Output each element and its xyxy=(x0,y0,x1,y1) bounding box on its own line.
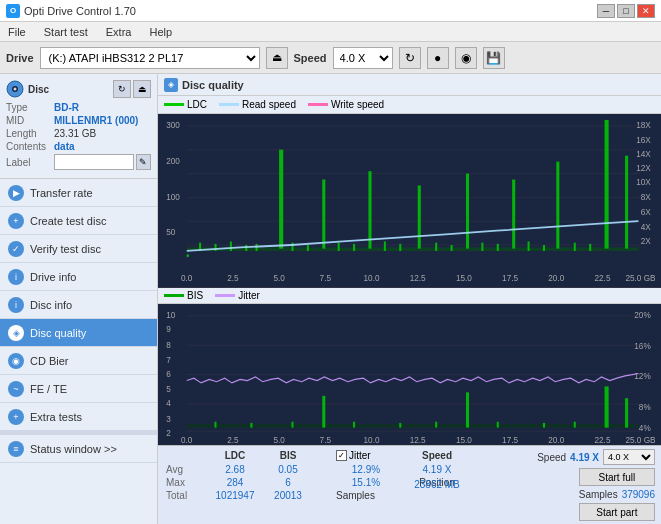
type-value: BD-R xyxy=(54,102,79,113)
svg-rect-102 xyxy=(353,421,355,427)
svg-point-2 xyxy=(14,88,17,91)
maximize-button[interactable]: □ xyxy=(617,4,635,18)
total-ldc: 1021947 xyxy=(209,490,261,501)
stats-header-row: LDC BIS ✓ Jitter Speed xyxy=(162,448,527,463)
svg-rect-55 xyxy=(399,244,401,251)
svg-text:18X: 18X xyxy=(636,120,651,131)
sidebar-item-status-window[interactable]: ≡ Status window >> xyxy=(0,435,157,463)
svg-rect-100 xyxy=(250,423,252,428)
mid-label: MID xyxy=(6,115,54,126)
svg-rect-42 xyxy=(556,162,559,249)
svg-text:4X: 4X xyxy=(641,221,651,232)
main-layout: Disc ↻ ⏏ Type BD-R MID MILLENMR1 (000) L… xyxy=(0,74,661,524)
status-window-icon: ≡ xyxy=(8,441,24,457)
disc-refresh-button[interactable]: ↻ xyxy=(113,80,131,98)
drive-select[interactable]: (K:) ATAPI iHBS312 2 PL17 xyxy=(40,47,260,69)
refresh-button[interactable]: ↻ xyxy=(399,47,421,69)
burn-button[interactable]: ● xyxy=(427,47,449,69)
start-full-button[interactable]: Start full xyxy=(579,468,655,486)
svg-text:5.0: 5.0 xyxy=(273,434,284,445)
jitter-checkbox[interactable]: ✓ xyxy=(336,450,347,461)
svg-rect-104 xyxy=(435,421,437,427)
extra-tests-label: Extra tests xyxy=(30,411,82,423)
media-button[interactable]: ◉ xyxy=(455,47,477,69)
svg-rect-52 xyxy=(338,243,340,251)
titlebar-left: O Opti Drive Control 1.70 xyxy=(6,4,136,18)
svg-rect-97 xyxy=(466,392,469,427)
mid-value: MILLENMR1 (000) xyxy=(54,115,138,126)
ps-empty3 xyxy=(262,479,314,490)
drive-label: Drive xyxy=(6,52,34,64)
eject-button[interactable]: ⏏ xyxy=(266,47,288,69)
titlebar-controls: ─ □ ✕ xyxy=(597,4,655,18)
disc-contents-row: Contents data xyxy=(6,141,151,152)
svg-rect-103 xyxy=(399,423,401,428)
avg-label: Avg xyxy=(166,464,208,475)
sidebar-item-disc-quality[interactable]: ◈ Disc quality xyxy=(0,319,157,347)
svg-rect-53 xyxy=(353,244,355,251)
sidebar: Disc ↻ ⏏ Type BD-R MID MILLENMR1 (000) L… xyxy=(0,74,158,524)
svg-rect-41 xyxy=(512,180,515,249)
write-speed-color xyxy=(308,103,328,106)
svg-rect-107 xyxy=(574,421,576,427)
svg-rect-58 xyxy=(481,243,483,251)
minimize-button[interactable]: ─ xyxy=(597,4,615,18)
save-button[interactable]: 💾 xyxy=(483,47,505,69)
svg-text:22.5: 22.5 xyxy=(595,434,611,445)
label-input[interactable] xyxy=(54,154,134,170)
sidebar-item-verify-test-disc[interactable]: ✓ Verify test disc xyxy=(0,235,157,263)
start-buttons: Start full Samples 379096 Start part xyxy=(579,468,655,521)
label-edit-button[interactable]: ✎ xyxy=(136,154,151,170)
svg-text:0.0: 0.0 xyxy=(181,272,192,283)
sidebar-item-extra-tests[interactable]: + Extra tests xyxy=(0,403,157,431)
svg-rect-56 xyxy=(435,243,437,251)
svg-text:8: 8 xyxy=(166,339,171,350)
bis-chart-area: 20% 16% 12% 8% 4% 10 9 8 7 6 5 4 3 2 xyxy=(158,304,661,445)
start-part-button[interactable]: Start part xyxy=(579,503,655,521)
speed-row: Speed 4.19 X 4.0 X xyxy=(537,449,655,465)
samples-label: Samples xyxy=(336,490,396,501)
sidebar-item-disc-info[interactable]: i Disc info xyxy=(0,291,157,319)
svg-rect-37 xyxy=(322,180,325,249)
legend-bis: BIS xyxy=(164,290,203,301)
disc-section-label: Disc xyxy=(28,84,49,95)
chart-header: ◈ Disc quality xyxy=(158,74,661,96)
svg-text:10.0: 10.0 xyxy=(364,272,380,283)
svg-text:4: 4 xyxy=(166,398,171,409)
svg-rect-62 xyxy=(574,243,576,251)
status-window-label: Status window >> xyxy=(30,443,117,455)
length-value: 23.31 GB xyxy=(54,128,96,139)
sidebar-item-drive-info[interactable]: i Drive info xyxy=(0,263,157,291)
bottom-stats-section: LDC BIS ✓ Jitter Speed Avg 2.68 0.05 12.… xyxy=(158,445,661,524)
menu-start-test[interactable]: Start test xyxy=(40,24,92,40)
svg-rect-40 xyxy=(466,174,469,249)
sidebar-item-fe-te[interactable]: ~ FE / TE xyxy=(0,375,157,403)
length-label: Length xyxy=(6,128,54,139)
svg-text:7: 7 xyxy=(166,354,171,365)
close-button[interactable]: ✕ xyxy=(637,4,655,18)
menu-file[interactable]: File xyxy=(4,24,30,40)
sidebar-item-create-test-disc[interactable]: + Create test disc xyxy=(0,207,157,235)
svg-text:2X: 2X xyxy=(641,235,651,246)
menu-extra[interactable]: Extra xyxy=(102,24,136,40)
sidebar-item-transfer-rate[interactable]: ▶ Transfer rate xyxy=(0,179,157,207)
sidebar-item-cd-bier[interactable]: ◉ CD Bier xyxy=(0,347,157,375)
jitter-color xyxy=(215,294,235,297)
sidebar-nav: ▶ Transfer rate + Create test disc ✓ Ver… xyxy=(0,179,157,524)
svg-text:12.5: 12.5 xyxy=(410,272,426,283)
col-empty xyxy=(166,450,208,461)
svg-text:22.5: 22.5 xyxy=(595,272,611,283)
disc-quality-icon: ◈ xyxy=(8,325,24,341)
svg-rect-47 xyxy=(230,241,232,251)
disc-icon xyxy=(6,80,24,98)
contents-label: Contents xyxy=(6,141,54,152)
disc-eject-button[interactable]: ⏏ xyxy=(133,80,151,98)
ldc-header: LDC xyxy=(209,450,261,461)
speed-select[interactable]: 4.0 X xyxy=(333,47,393,69)
drive-toolbar: Drive (K:) ATAPI iHBS312 2 PL17 ⏏ Speed … xyxy=(0,42,661,74)
svg-rect-60 xyxy=(528,241,530,251)
speed-select-dropdown[interactable]: 4.0 X xyxy=(603,449,655,465)
bis-legend-label: BIS xyxy=(187,290,203,301)
svg-rect-96 xyxy=(322,396,325,428)
menu-help[interactable]: Help xyxy=(145,24,176,40)
